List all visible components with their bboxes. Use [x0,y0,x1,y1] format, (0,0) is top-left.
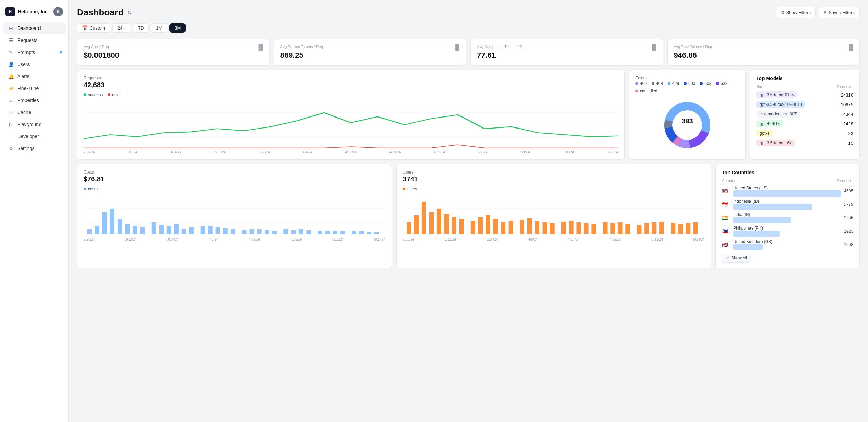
country-info-4: 🇬🇧 United Kingdom (GB) [722,239,844,250]
country-rows: 🇺🇸 United States (US) 4505 🇮🇩 Indonesia … [722,186,853,250]
svg-rect-74 [603,222,607,234]
sidebar-item-settings[interactable]: ⚙ Settings [3,143,66,154]
bottom-row: Costs $76.81 costs [77,164,860,268]
title-row: Dashboard ↻ [77,7,132,18]
svg-rect-22 [167,226,171,234]
model-count-2: 4344 [843,112,853,117]
users-x-2: 3/24/24 [486,237,498,241]
refresh-icon[interactable]: ↻ [127,9,132,16]
svg-rect-65 [527,218,532,234]
svg-rect-31 [242,230,246,234]
country-row-3: 🇵🇭 Philippines (PH) 1923 [722,226,853,237]
sidebar-item-users[interactable]: 👤 Users [3,58,66,70]
countries-table-header: Country Requests [722,179,853,183]
users-svg [403,195,705,236]
sidebar-item-cache[interactable]: □ Cache [3,107,66,118]
saved-filters-button[interactable]: ⎘ Saved Filters [819,7,860,18]
error-legend-0: 400 [635,81,647,86]
country-bar-wrap-1: Indonesia (ID) [733,199,841,210]
legend-label-0: success [88,92,103,97]
model-badge-5: gpt-3.5-turbo-16k [756,140,795,146]
stat-label-3: Avg Total Tokens / Req [674,45,854,49]
time-filter-custom[interactable]: 📅 Custom [77,23,110,33]
dashboard-icon: ⊞ [8,25,14,31]
users-legend: users [403,187,705,191]
country-bar-2 [733,217,791,223]
country-row-4: 🇬🇧 United Kingdom (GB) 1208 [722,239,853,250]
svg-rect-79 [644,223,649,234]
costs-legend-item: costs [84,187,98,191]
users-x-3: 4/5/24 [528,237,538,241]
svg-rect-44 [352,231,356,234]
country-flag-3: 🇵🇭 [722,229,728,234]
costs-x-4: 4/17/24 [249,237,260,241]
country-count-1: 3279 [844,202,853,207]
svg-rect-52 [422,202,426,234]
nav-menu: ⊞ Dashboard ☰ Requests ✎ Prompts 👤 Users… [0,22,68,155]
country-name-2: India (IN) [733,212,750,217]
users-value: 3741 [403,175,705,183]
sidebar-item-developer[interactable]: Developer [3,131,66,142]
fine-tune-icon: ⚡ [8,86,14,91]
time-filter-7d[interactable]: 7D [133,23,149,33]
model-row-0: gpt-3.5-turbo-0125 24316 [756,91,853,98]
sidebar-item-alerts[interactable]: 🔔 Alerts [3,70,66,82]
requests-x-labels: 2/28/243/6/243/14/243/21/243/28/244/4/24… [84,150,618,154]
top-countries-card: Top Countries Country Requests 🇺🇸 United… [715,164,860,268]
sidebar-label-playground: Playground [17,122,42,127]
sidebar-item-fine-tune[interactable]: ⚡ Fine-Tune [3,82,66,94]
requests-icon: ☰ [8,37,14,43]
error-label-4: 503 [704,81,711,86]
countries-col-name: Country [722,179,735,183]
svg-rect-33 [257,229,261,234]
country-info-2: 🇮🇳 India (IN) [722,212,844,223]
avatar[interactable]: S [53,7,63,16]
model-badge-3: gpt-4-0613 [756,120,783,127]
svg-rect-37 [291,230,296,234]
svg-rect-72 [584,223,588,234]
sidebar-label-dashboard: Dashboard [17,25,41,31]
alerts-icon: 🔔 [8,74,14,79]
settings-icon: ⚙ [8,146,14,151]
svg-rect-18 [133,226,137,234]
show-filters-button[interactable]: ⧉ Show Filters [776,7,816,18]
sidebar-item-properties[interactable]: 🏷 Properties [3,95,66,106]
users-title: Users [403,170,705,175]
error-dot-4 [700,82,703,85]
svg-rect-45 [359,231,364,234]
error-label-5: 522 [721,81,727,86]
users-x-labels: 2/28/243/12/243/24/244/5/244/17/244/29/2… [403,237,705,241]
svg-rect-54 [437,209,441,234]
sidebar-item-playground[interactable]: ▷ Playground [3,119,66,130]
sidebar-label-alerts: Alerts [17,74,30,79]
error-legend-1: 403 [652,81,663,86]
sidebar-item-requests[interactable]: ☰ Requests [3,34,66,46]
x-label-7: 4/18/24 [389,150,401,154]
model-badge-0: gpt-3.5-turbo-0125 [756,91,797,98]
sidebar-item-dashboard[interactable]: ⊞ Dashboard [3,22,66,34]
sidebar-item-prompts[interactable]: ✎ Prompts [3,46,66,58]
time-filter-24h[interactable]: 24H [112,23,131,33]
x-label-0: 2/28/24 [84,150,95,154]
svg-rect-16 [118,219,122,234]
country-row-2: 🇮🇳 India (IN) 2386 [722,212,853,223]
svg-rect-81 [659,222,664,234]
donut-chart: 393 [660,98,715,153]
expand-icon: ⤢ [726,256,729,260]
svg-rect-46 [367,232,371,234]
costs-value: $76.81 [84,175,386,183]
time-filter-1m[interactable]: 1M [151,23,167,33]
sidebar-label-properties: Properties [17,98,39,103]
x-label-5: 4/4/24 [303,150,312,154]
time-filter-3m[interactable]: 3M [169,23,186,33]
costs-x-5: 4/29/24 [290,237,302,241]
show-all-button[interactable]: ⤢ Show All [722,254,751,263]
developer-icon [8,134,14,139]
model-rows: gpt-3.5-turbo-0125 24316 gpt-3.5-turbo-1… [756,91,853,146]
svg-rect-41 [325,231,330,234]
countries-col-requests: Requests [837,179,853,183]
error-legend-3: 500 [684,81,695,86]
models-col-name: Name [756,85,766,89]
svg-rect-35 [272,231,277,234]
svg-text:393: 393 [681,117,693,125]
